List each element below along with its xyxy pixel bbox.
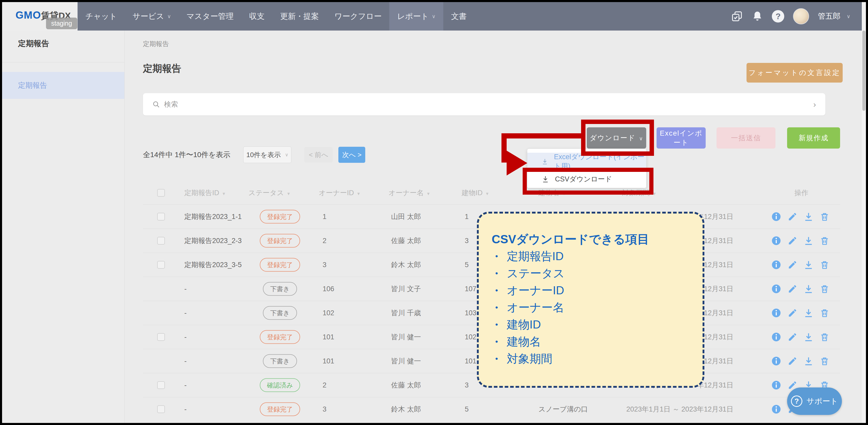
- page-scrollbar[interactable]: [862, 2, 866, 423]
- status-badge: 確認済み: [260, 378, 300, 392]
- col-building-name[interactable]: 建物名▼: [538, 188, 566, 197]
- dropdown-item-label: Excelダウンロード(インポート用): [554, 152, 646, 171]
- edit-pencil-icon-button[interactable]: [787, 308, 798, 318]
- edit-pencil-icon-button[interactable]: [787, 212, 798, 222]
- search-expand-chevron-icon[interactable]: ›: [813, 100, 816, 109]
- edit-pencil-icon-button[interactable]: [787, 332, 798, 342]
- download-icon-button[interactable]: [804, 308, 813, 318]
- create-new-button[interactable]: 新規作成: [787, 128, 840, 148]
- support-button[interactable]: ? サポート: [787, 388, 842, 415]
- edit-pencil-icon-button[interactable]: [787, 236, 798, 246]
- prev-page-button: < 前へ: [304, 147, 333, 163]
- cell-status: 登録完了: [254, 210, 306, 224]
- nav-item[interactable]: チャット ∨: [78, 2, 125, 31]
- info-icon-button[interactable]: [771, 332, 781, 342]
- status-badge: 下書き: [263, 306, 297, 320]
- logo-gmo-text: GMO: [16, 9, 41, 21]
- callout-list-item: • 定期報告ID: [492, 248, 690, 265]
- info-icon-button[interactable]: [771, 235, 781, 246]
- nav-item-label: チャット: [85, 11, 117, 22]
- info-icon-button[interactable]: [771, 211, 781, 222]
- col-owner-id[interactable]: オーナーID▼: [319, 188, 361, 197]
- nav-list: チャット ∨ サービス ∨ マスター管理 ∨ 収支 ∨ 更新・提案 ∨ ワークフ…: [78, 2, 474, 31]
- delete-trash-icon-button[interactable]: [820, 308, 830, 318]
- edit-pencil-icon-button[interactable]: [787, 356, 798, 366]
- callout-list-item: • 対象期間: [492, 350, 690, 367]
- help-icon[interactable]: ?: [772, 10, 784, 23]
- download-icon-button[interactable]: [804, 260, 813, 270]
- info-icon-button[interactable]: [771, 380, 781, 390]
- cell-report-id: 定期報告2023_3-5: [184, 260, 242, 270]
- col-status[interactable]: ステータス▼: [248, 188, 290, 197]
- nav-item[interactable]: サービス ∨: [125, 2, 179, 31]
- download-icon-button[interactable]: [804, 236, 813, 246]
- status-badge: 登録完了: [260, 330, 300, 344]
- sidebar-item-teiki-houkoku[interactable]: 定期報告: [2, 72, 124, 99]
- cell-owner-name: 鈴木 太郎: [391, 260, 421, 270]
- info-icon-button[interactable]: [771, 404, 781, 415]
- row-checkbox[interactable]: [157, 213, 165, 221]
- excel-import-button[interactable]: Excelインポート: [656, 128, 706, 148]
- col-period[interactable]: 対象期間▼: [622, 188, 656, 197]
- download-icon-button[interactable]: [804, 284, 813, 294]
- cell-building-id: 3: [465, 381, 469, 389]
- user-menu[interactable]: 管五郎 ∨: [818, 11, 850, 22]
- nav-item[interactable]: マスター管理 ∨: [179, 2, 241, 31]
- col-report-id[interactable]: 定期報告ID▼: [184, 188, 226, 197]
- cell-owner-name: 皆川 千歳: [391, 308, 421, 318]
- info-icon-button[interactable]: [771, 308, 781, 318]
- info-icon-button[interactable]: [771, 260, 781, 270]
- info-icon-button[interactable]: [771, 284, 781, 294]
- cell-building-id: 1: [465, 213, 469, 221]
- status-badge: 登録完了: [260, 258, 300, 272]
- format-wording-settings-button[interactable]: フォーマットの文言設定: [746, 63, 843, 83]
- nav-item[interactable]: 収支 ∨: [241, 2, 273, 31]
- page-size-select[interactable]: 10件を表示∨: [243, 146, 291, 163]
- cell-building-id: 107: [465, 285, 476, 293]
- nav-item[interactable]: レポート ∨: [389, 2, 443, 31]
- download-button[interactable]: ダウンロード∨: [587, 128, 646, 148]
- edit-pencil-icon-button[interactable]: [787, 260, 798, 270]
- info-icon-button[interactable]: [771, 356, 781, 366]
- cell-report-id: -: [184, 333, 187, 341]
- nav-item-label: 文書: [451, 11, 467, 22]
- tasks-copy-check-icon[interactable]: [731, 10, 743, 22]
- sidebar-divider: [2, 62, 124, 62]
- download-dropdown-item[interactable]: CSVダウンロード: [527, 170, 646, 188]
- callout-list-item: • ステータス: [492, 265, 690, 282]
- cell-owner-id: 3: [322, 261, 327, 269]
- nav-item[interactable]: 更新・提案 ∨: [273, 2, 327, 31]
- cell-building-name: スノーブ溝の口: [538, 404, 588, 414]
- download-icon-button[interactable]: [804, 332, 813, 342]
- download-icon-button[interactable]: [804, 356, 813, 366]
- delete-trash-icon-button[interactable]: [820, 236, 830, 246]
- dropdown-item-label: CSVダウンロード: [555, 174, 612, 184]
- delete-trash-icon-button[interactable]: [820, 332, 830, 342]
- sort-icon: ▼: [426, 192, 430, 196]
- cell-building-id: 3: [465, 237, 469, 245]
- logo-area: GMO賃貸DX staging: [2, 2, 78, 31]
- delete-trash-icon-button[interactable]: [820, 356, 830, 366]
- col-owner-name[interactable]: オーナー名▼: [389, 188, 430, 197]
- delete-trash-icon-button[interactable]: [820, 212, 830, 222]
- delete-trash-icon-button[interactable]: [820, 260, 830, 270]
- cell-building-id: 101: [465, 357, 476, 365]
- row-checkbox[interactable]: [157, 261, 165, 269]
- scrollbar-thumb[interactable]: [862, 31, 865, 111]
- nav-item[interactable]: ワークフロー ∨: [327, 2, 390, 31]
- download-icon-button[interactable]: [804, 212, 813, 222]
- delete-trash-icon-button[interactable]: [820, 284, 830, 294]
- notifications-bell-icon[interactable]: [752, 10, 763, 22]
- nav-item[interactable]: 文書 ∨: [443, 2, 474, 31]
- avatar[interactable]: [793, 8, 809, 24]
- search-bar[interactable]: 検索 ›: [143, 93, 825, 115]
- col-building-id[interactable]: 建物ID▼: [462, 188, 489, 197]
- download-dropdown-item[interactable]: Excelダウンロード(インポート用): [527, 153, 646, 170]
- select-all-checkbox[interactable]: [157, 189, 165, 197]
- row-checkbox[interactable]: [157, 237, 165, 245]
- row-checkbox[interactable]: [157, 381, 165, 389]
- next-page-button[interactable]: 次へ >: [338, 147, 365, 163]
- row-checkbox[interactable]: [157, 333, 165, 341]
- row-checkbox[interactable]: [157, 405, 165, 413]
- edit-pencil-icon-button[interactable]: [787, 284, 798, 294]
